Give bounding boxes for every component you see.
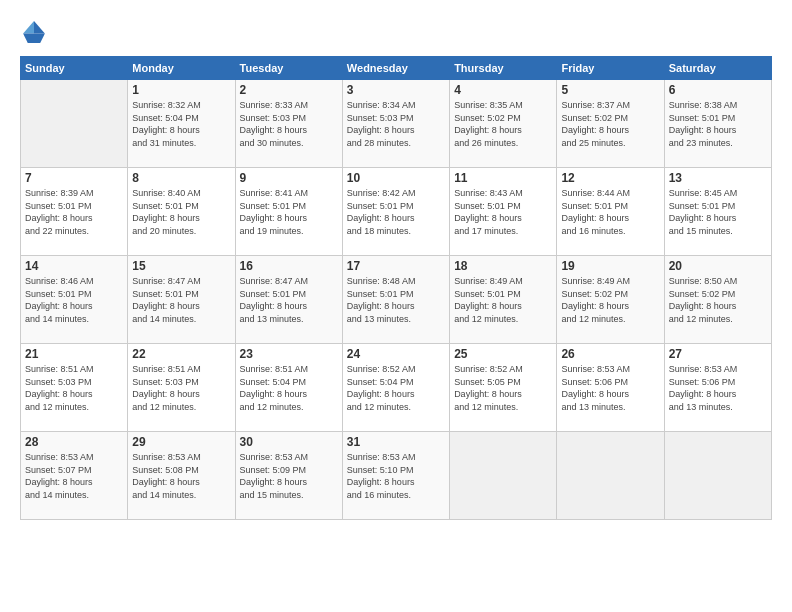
day-number: 15 xyxy=(132,259,230,273)
day-cell: 27Sunrise: 8:53 AM Sunset: 5:06 PM Dayli… xyxy=(664,344,771,432)
calendar-table: SundayMondayTuesdayWednesdayThursdayFrid… xyxy=(20,56,772,520)
day-info: Sunrise: 8:37 AM Sunset: 5:02 PM Dayligh… xyxy=(561,99,659,149)
day-number: 25 xyxy=(454,347,552,361)
weekday-header-sunday: Sunday xyxy=(21,57,128,80)
day-cell: 31Sunrise: 8:53 AM Sunset: 5:10 PM Dayli… xyxy=(342,432,449,520)
day-cell xyxy=(21,80,128,168)
day-info: Sunrise: 8:39 AM Sunset: 5:01 PM Dayligh… xyxy=(25,187,123,237)
day-cell: 23Sunrise: 8:51 AM Sunset: 5:04 PM Dayli… xyxy=(235,344,342,432)
day-number: 4 xyxy=(454,83,552,97)
day-cell: 18Sunrise: 8:49 AM Sunset: 5:01 PM Dayli… xyxy=(450,256,557,344)
day-number: 20 xyxy=(669,259,767,273)
day-info: Sunrise: 8:49 AM Sunset: 5:02 PM Dayligh… xyxy=(561,275,659,325)
day-number: 28 xyxy=(25,435,123,449)
day-number: 13 xyxy=(669,171,767,185)
day-cell: 11Sunrise: 8:43 AM Sunset: 5:01 PM Dayli… xyxy=(450,168,557,256)
day-cell: 8Sunrise: 8:40 AM Sunset: 5:01 PM Daylig… xyxy=(128,168,235,256)
day-cell: 15Sunrise: 8:47 AM Sunset: 5:01 PM Dayli… xyxy=(128,256,235,344)
day-info: Sunrise: 8:51 AM Sunset: 5:03 PM Dayligh… xyxy=(25,363,123,413)
day-info: Sunrise: 8:51 AM Sunset: 5:04 PM Dayligh… xyxy=(240,363,338,413)
day-info: Sunrise: 8:38 AM Sunset: 5:01 PM Dayligh… xyxy=(669,99,767,149)
day-cell xyxy=(450,432,557,520)
day-number: 27 xyxy=(669,347,767,361)
day-number: 9 xyxy=(240,171,338,185)
day-cell: 19Sunrise: 8:49 AM Sunset: 5:02 PM Dayli… xyxy=(557,256,664,344)
day-cell: 26Sunrise: 8:53 AM Sunset: 5:06 PM Dayli… xyxy=(557,344,664,432)
day-info: Sunrise: 8:52 AM Sunset: 5:04 PM Dayligh… xyxy=(347,363,445,413)
day-cell xyxy=(664,432,771,520)
day-info: Sunrise: 8:49 AM Sunset: 5:01 PM Dayligh… xyxy=(454,275,552,325)
weekday-header-saturday: Saturday xyxy=(664,57,771,80)
day-cell: 14Sunrise: 8:46 AM Sunset: 5:01 PM Dayli… xyxy=(21,256,128,344)
day-info: Sunrise: 8:47 AM Sunset: 5:01 PM Dayligh… xyxy=(132,275,230,325)
day-cell: 29Sunrise: 8:53 AM Sunset: 5:08 PM Dayli… xyxy=(128,432,235,520)
day-cell: 30Sunrise: 8:53 AM Sunset: 5:09 PM Dayli… xyxy=(235,432,342,520)
day-number: 18 xyxy=(454,259,552,273)
day-cell: 25Sunrise: 8:52 AM Sunset: 5:05 PM Dayli… xyxy=(450,344,557,432)
page: SundayMondayTuesdayWednesdayThursdayFrid… xyxy=(0,0,792,612)
weekday-header-monday: Monday xyxy=(128,57,235,80)
day-number: 24 xyxy=(347,347,445,361)
day-number: 26 xyxy=(561,347,659,361)
day-info: Sunrise: 8:42 AM Sunset: 5:01 PM Dayligh… xyxy=(347,187,445,237)
day-info: Sunrise: 8:41 AM Sunset: 5:01 PM Dayligh… xyxy=(240,187,338,237)
day-info: Sunrise: 8:48 AM Sunset: 5:01 PM Dayligh… xyxy=(347,275,445,325)
day-info: Sunrise: 8:44 AM Sunset: 5:01 PM Dayligh… xyxy=(561,187,659,237)
day-cell: 24Sunrise: 8:52 AM Sunset: 5:04 PM Dayli… xyxy=(342,344,449,432)
day-number: 11 xyxy=(454,171,552,185)
day-info: Sunrise: 8:53 AM Sunset: 5:06 PM Dayligh… xyxy=(669,363,767,413)
weekday-header-wednesday: Wednesday xyxy=(342,57,449,80)
day-cell: 17Sunrise: 8:48 AM Sunset: 5:01 PM Dayli… xyxy=(342,256,449,344)
week-row-4: 21Sunrise: 8:51 AM Sunset: 5:03 PM Dayli… xyxy=(21,344,772,432)
day-number: 23 xyxy=(240,347,338,361)
day-info: Sunrise: 8:43 AM Sunset: 5:01 PM Dayligh… xyxy=(454,187,552,237)
weekday-header-tuesday: Tuesday xyxy=(235,57,342,80)
day-cell: 4Sunrise: 8:35 AM Sunset: 5:02 PM Daylig… xyxy=(450,80,557,168)
day-number: 6 xyxy=(669,83,767,97)
day-info: Sunrise: 8:47 AM Sunset: 5:01 PM Dayligh… xyxy=(240,275,338,325)
day-cell: 10Sunrise: 8:42 AM Sunset: 5:01 PM Dayli… xyxy=(342,168,449,256)
day-info: Sunrise: 8:53 AM Sunset: 5:07 PM Dayligh… xyxy=(25,451,123,501)
calendar-header: SundayMondayTuesdayWednesdayThursdayFrid… xyxy=(21,57,772,80)
day-info: Sunrise: 8:53 AM Sunset: 5:10 PM Dayligh… xyxy=(347,451,445,501)
day-info: Sunrise: 8:50 AM Sunset: 5:02 PM Dayligh… xyxy=(669,275,767,325)
day-cell: 3Sunrise: 8:34 AM Sunset: 5:03 PM Daylig… xyxy=(342,80,449,168)
day-number: 5 xyxy=(561,83,659,97)
day-info: Sunrise: 8:46 AM Sunset: 5:01 PM Dayligh… xyxy=(25,275,123,325)
week-row-1: 1Sunrise: 8:32 AM Sunset: 5:04 PM Daylig… xyxy=(21,80,772,168)
day-cell: 22Sunrise: 8:51 AM Sunset: 5:03 PM Dayli… xyxy=(128,344,235,432)
day-number: 7 xyxy=(25,171,123,185)
week-row-3: 14Sunrise: 8:46 AM Sunset: 5:01 PM Dayli… xyxy=(21,256,772,344)
day-cell: 1Sunrise: 8:32 AM Sunset: 5:04 PM Daylig… xyxy=(128,80,235,168)
day-info: Sunrise: 8:53 AM Sunset: 5:08 PM Dayligh… xyxy=(132,451,230,501)
day-number: 14 xyxy=(25,259,123,273)
day-info: Sunrise: 8:53 AM Sunset: 5:06 PM Dayligh… xyxy=(561,363,659,413)
day-cell: 2Sunrise: 8:33 AM Sunset: 5:03 PM Daylig… xyxy=(235,80,342,168)
week-row-2: 7Sunrise: 8:39 AM Sunset: 5:01 PM Daylig… xyxy=(21,168,772,256)
day-info: Sunrise: 8:51 AM Sunset: 5:03 PM Dayligh… xyxy=(132,363,230,413)
day-info: Sunrise: 8:45 AM Sunset: 5:01 PM Dayligh… xyxy=(669,187,767,237)
day-cell: 28Sunrise: 8:53 AM Sunset: 5:07 PM Dayli… xyxy=(21,432,128,520)
day-number: 12 xyxy=(561,171,659,185)
day-number: 16 xyxy=(240,259,338,273)
day-cell: 12Sunrise: 8:44 AM Sunset: 5:01 PM Dayli… xyxy=(557,168,664,256)
header xyxy=(20,18,772,46)
day-number: 19 xyxy=(561,259,659,273)
week-row-5: 28Sunrise: 8:53 AM Sunset: 5:07 PM Dayli… xyxy=(21,432,772,520)
day-info: Sunrise: 8:34 AM Sunset: 5:03 PM Dayligh… xyxy=(347,99,445,149)
day-cell: 7Sunrise: 8:39 AM Sunset: 5:01 PM Daylig… xyxy=(21,168,128,256)
day-number: 29 xyxy=(132,435,230,449)
day-cell: 6Sunrise: 8:38 AM Sunset: 5:01 PM Daylig… xyxy=(664,80,771,168)
day-cell xyxy=(557,432,664,520)
day-info: Sunrise: 8:52 AM Sunset: 5:05 PM Dayligh… xyxy=(454,363,552,413)
day-info: Sunrise: 8:53 AM Sunset: 5:09 PM Dayligh… xyxy=(240,451,338,501)
day-number: 22 xyxy=(132,347,230,361)
day-cell: 5Sunrise: 8:37 AM Sunset: 5:02 PM Daylig… xyxy=(557,80,664,168)
day-number: 1 xyxy=(132,83,230,97)
calendar-body: 1Sunrise: 8:32 AM Sunset: 5:04 PM Daylig… xyxy=(21,80,772,520)
day-cell: 20Sunrise: 8:50 AM Sunset: 5:02 PM Dayli… xyxy=(664,256,771,344)
day-number: 17 xyxy=(347,259,445,273)
weekday-row: SundayMondayTuesdayWednesdayThursdayFrid… xyxy=(21,57,772,80)
weekday-header-friday: Friday xyxy=(557,57,664,80)
day-number: 2 xyxy=(240,83,338,97)
